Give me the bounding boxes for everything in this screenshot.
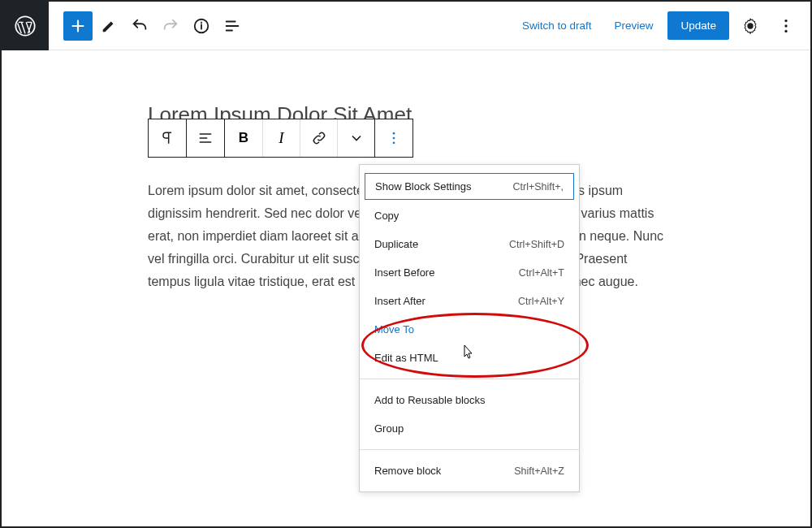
block-toolbar: B I (148, 119, 413, 158)
menu-item-duplicate[interactable]: DuplicateCtrl+Shift+D (360, 230, 579, 258)
menu-item-label: Remove block (374, 465, 441, 477)
menu-item-label: Group (374, 422, 404, 435)
more-options-button[interactable] (771, 11, 801, 41)
edit-mode-button[interactable] (94, 11, 123, 41)
settings-button[interactable] (736, 11, 765, 41)
menu-item-show-block-settings[interactable]: Show Block SettingsCtrl+Shift+, (365, 173, 574, 200)
info-button[interactable] (187, 11, 216, 41)
menu-item-label: Move To (374, 323, 414, 335)
svg-point-2 (784, 19, 787, 21)
menu-item-insert-after[interactable]: Insert AfterCtrl+Alt+Y (360, 287, 579, 315)
preview-link[interactable]: Preview (606, 13, 661, 38)
wordpress-logo[interactable] (2, 2, 49, 50)
add-block-button[interactable] (63, 11, 93, 41)
menu-item-shortcut: Ctrl+Shift+D (509, 239, 564, 250)
menu-item-label: Edit as HTML (374, 352, 438, 364)
switch-to-draft-link[interactable]: Switch to draft (514, 13, 600, 38)
italic-button[interactable]: I (262, 119, 300, 157)
menu-item-copy[interactable]: Copy (360, 201, 579, 230)
svg-point-6 (393, 137, 395, 140)
menu-item-label: Duplicate (374, 238, 418, 250)
svg-point-5 (393, 132, 395, 135)
menu-item-label: Add to Reusable blocks (374, 394, 486, 406)
update-button[interactable]: Update (667, 11, 729, 40)
menu-item-insert-before[interactable]: Insert BeforeCtrl+Alt+T (360, 258, 579, 287)
outline-button[interactable] (218, 11, 247, 41)
menu-item-shortcut: Ctrl+Alt+Y (518, 296, 564, 307)
block-options-menu: Show Block SettingsCtrl+Shift+,CopyDupli… (359, 164, 580, 492)
menu-item-label: Show Block Settings (375, 180, 472, 193)
align-button[interactable] (187, 119, 224, 157)
editor-left-tools (63, 11, 247, 41)
menu-item-add-to-reusable-blocks[interactable]: Add to Reusable blocks (360, 386, 579, 414)
svg-point-7 (393, 142, 395, 145)
svg-point-3 (784, 24, 787, 27)
menu-item-shortcut: Shift+Alt+Z (514, 465, 564, 477)
link-button[interactable] (300, 119, 337, 157)
svg-point-4 (784, 29, 787, 32)
block-more-button[interactable] (375, 119, 412, 157)
menu-item-label: Insert Before (374, 266, 434, 279)
undo-button[interactable] (125, 11, 154, 41)
menu-item-shortcut: Ctrl+Shift+, (512, 181, 564, 193)
editor-right-tools: Switch to draft Preview Update (514, 11, 810, 41)
redo-button[interactable] (156, 11, 185, 41)
menu-item-move-to[interactable]: Move To (360, 315, 579, 344)
bold-button[interactable]: B (225, 119, 262, 157)
top-toolbar: Switch to draft Preview Update (2, 2, 810, 50)
menu-item-label: Insert After (374, 295, 425, 307)
menu-item-group[interactable]: Group (360, 414, 579, 443)
more-rich-text-button[interactable] (337, 119, 374, 157)
menu-item-edit-as-html[interactable]: Edit as HTML (360, 344, 579, 372)
menu-item-remove-block[interactable]: Remove blockShift+Alt+Z (360, 457, 579, 485)
paragraph-type-button[interactable] (149, 119, 186, 157)
menu-item-shortcut: Ctrl+Alt+T (519, 267, 564, 279)
menu-item-label: Copy (374, 210, 399, 222)
